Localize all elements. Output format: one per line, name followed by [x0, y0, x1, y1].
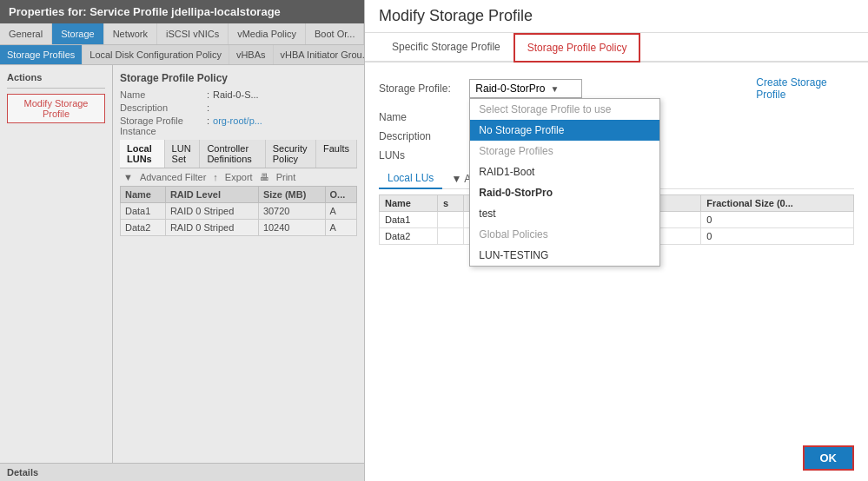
policy-title: Storage Profile Policy [120, 72, 357, 84]
tab-iscsi[interactable]: iSCSI vNICs [157, 23, 229, 44]
tab-storage[interactable]: Storage [52, 23, 104, 44]
cell-size: 10240 [258, 220, 325, 236]
dropdown-hint-item: Select Storage Profile to use [470, 99, 659, 120]
right-title: Modify Storage Profile [365, 0, 868, 33]
storage-profile-dropdown-container: Raid-0-StorPro ▼ Select Storage Profile … [469, 79, 582, 98]
details-bar: Details [0, 463, 364, 481]
name-label: Name [379, 111, 474, 123]
dropdown-no-profile-item[interactable]: No Storage Profile [470, 120, 659, 141]
rcell-s [438, 228, 464, 245]
right-subtab-local[interactable]: Local LUs [379, 168, 442, 189]
storage-profile-dropdown[interactable]: Raid-0-StorPro ▼ [469, 79, 582, 98]
dropdown-section-profiles: Storage Profiles [470, 141, 659, 161]
subtab-storage-profiles[interactable]: Storage Profiles [0, 45, 83, 64]
storage-profile-row: Storage Profile: Raid-0-StorPro ▼ Select… [379, 76, 854, 101]
dropdown-arrow-icon: ▼ [550, 84, 559, 94]
cell-size: 30720 [258, 203, 325, 220]
table-row: Data2 RAID 0 Striped 10240 A [121, 220, 357, 236]
cell-raid: RAID 0 Striped [165, 220, 258, 236]
left-content: Actions Modify Storage Profile Storage P… [0, 65, 364, 463]
tab-storage-policy[interactable]: Storage Profile Policy [514, 33, 641, 63]
tab-vmedia[interactable]: vMedia Policy [229, 23, 306, 44]
print-button[interactable]: Print [276, 172, 296, 182]
policy-name-value: Raid-0-S... [213, 89, 259, 100]
dropdown-raid0-storpro[interactable]: Raid-0-StorPro [470, 182, 659, 203]
col-raid: RAID Level [165, 187, 258, 203]
divider [7, 88, 105, 89]
left-panel: Properties for: Service Profile jdellipa… [0, 0, 365, 481]
create-storage-profile-link[interactable]: Create Storage Profile [756, 76, 854, 101]
left-tabs: General Storage Network iSCSI vNICs vMed… [0, 23, 364, 45]
lun-tab-set[interactable]: LUN Set [165, 140, 201, 168]
policy-instance-label: Storage Profile Instance [120, 115, 207, 136]
cell-name: Data1 [121, 203, 166, 220]
cell-name: Data2 [121, 220, 166, 236]
subtab-disk-config[interactable]: Local Disk Configuration Policy [83, 45, 229, 64]
tab-boot[interactable]: Boot Or... [306, 23, 364, 44]
rcol-name: Name [380, 195, 438, 212]
tab-specific-storage[interactable]: Specific Storage Profile [379, 33, 514, 63]
policy-instance-row: Storage Profile Instance : org-root/p... [120, 115, 357, 136]
col-o: O... [325, 187, 356, 203]
right-content: Storage Profile: Raid-0-StorPro ▼ Select… [365, 63, 868, 481]
table-row: Data1 RAID 0 Striped 30720 A [121, 203, 357, 220]
rcell-name: Data1 [380, 212, 438, 228]
cell-raid: RAID 0 Striped [165, 203, 258, 220]
desc-label: Description [379, 130, 474, 142]
dropdown-section-global: Global Policies [470, 224, 659, 245]
dropdown-lun-testing[interactable]: LUN-TESTING [470, 245, 659, 266]
left-sidebar: Actions Modify Storage Profile [0, 65, 113, 463]
col-size: Size (MB) [258, 187, 325, 203]
left-subtabs: Storage Profiles Local Disk Configuratio… [0, 45, 364, 65]
colon1: : [207, 89, 209, 100]
luns-label: LUNs [379, 149, 474, 161]
advanced-icon: ▼ [451, 173, 461, 185]
rcell-s [438, 212, 464, 228]
rcell-name: Data2 [380, 228, 438, 245]
rcol-s: s [438, 195, 464, 212]
modify-storage-profile-button[interactable]: Modify Storage Profile [7, 94, 105, 123]
policy-instance-link[interactable]: org-root/p... [213, 115, 262, 136]
subtab-vhbas[interactable]: vHBAs [229, 45, 274, 64]
ok-button[interactable]: OK [803, 445, 855, 471]
subtab-initiator[interactable]: vHBA Initiator Grou... [274, 45, 364, 64]
storage-profile-label: Storage Profile: [379, 82, 469, 95]
colon2: : [207, 102, 209, 113]
upload-icon: ↑ [213, 172, 218, 182]
left-main: Storage Profile Policy Name : Raid-0-S..… [113, 65, 364, 463]
dropdown-raid1-boot[interactable]: RAID1-Boot [470, 161, 659, 182]
export-button[interactable]: Export [225, 172, 253, 182]
cell-o: A [325, 203, 356, 220]
rcell-frac: 0 [701, 212, 854, 228]
rcol-frac: Fractional Size (0... [701, 195, 854, 212]
col-name: Name [121, 187, 166, 203]
lun-tab-local[interactable]: Local LUNs [120, 140, 165, 168]
policy-name-row: Name : Raid-0-S... [120, 89, 357, 100]
lun-tab-security[interactable]: Security Policy [266, 140, 316, 168]
tab-general[interactable]: General [0, 23, 52, 44]
rcell-frac: 0 [701, 228, 854, 245]
dropdown-selected-value: Raid-0-StorPro [475, 82, 545, 95]
lun-tab-faults[interactable]: Faults [316, 140, 357, 168]
actions-title: Actions [7, 72, 105, 82]
dropdown-test[interactable]: test [470, 203, 659, 224]
dropdown-menu: Select Storage Profile to use No Storage… [469, 98, 660, 267]
print-icon: 🖶 [260, 172, 269, 182]
local-luns-tabs: Local LUNs LUN Set Controller Definition… [120, 140, 357, 168]
right-panel: Modify Storage Profile Specific Storage … [365, 0, 868, 481]
policy-desc-row: Description : [120, 102, 357, 113]
lun-tab-controller[interactable]: Controller Definitions [200, 140, 265, 168]
cell-o: A [325, 220, 356, 236]
policy-name-label: Name [120, 89, 207, 100]
left-title: Properties for: Service Profile jdellipa… [0, 0, 364, 23]
right-tabs: Specific Storage Profile Storage Profile… [365, 33, 868, 63]
colon3: : [207, 115, 209, 136]
filter-icon: ▼ [123, 172, 133, 182]
local-luns-table: Name RAID Level Size (MB) O... Data1 RAI… [120, 186, 357, 236]
policy-desc-label: Description [120, 102, 207, 113]
tab-network[interactable]: Network [104, 23, 157, 44]
advanced-filter-button[interactable]: Advanced Filter [140, 172, 206, 182]
table-toolbar: ▼ Advanced Filter ↑ Export 🖶 Print [120, 168, 357, 186]
